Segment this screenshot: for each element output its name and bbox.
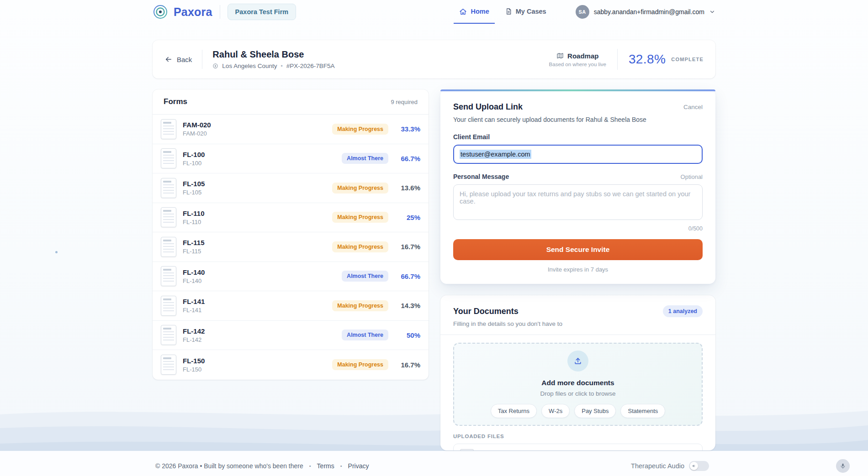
forms-list: FAM-020 FAM-020 Making Progress 33.3% FL… xyxy=(153,115,429,380)
doc-type-pill: Statements xyxy=(620,404,665,418)
char-count: 0/500 xyxy=(453,225,703,232)
form-percent: 16.7% xyxy=(390,361,420,369)
footer-link[interactable]: Terms xyxy=(317,462,334,470)
divider xyxy=(220,5,220,19)
uploaded-file-row[interactable]: f1040_rahul_and_sheela_la_2025.pdf xyxy=(453,444,703,450)
copyright-text: © 2026 Paxora • Built by someone who's b… xyxy=(155,462,303,470)
form-text: FL-150 FL-150 xyxy=(183,357,205,373)
doc-type-pill: W-2s xyxy=(541,404,570,418)
roadmap-block: Roadmap Based on where you live xyxy=(549,52,606,67)
form-text: FL-142 FL-142 xyxy=(183,327,205,343)
brand-name: Paxora xyxy=(174,5,212,19)
form-name: FL-142 xyxy=(183,327,205,335)
personal-message-label: Personal Message xyxy=(453,173,509,180)
file-thumbnail xyxy=(460,449,474,450)
decorative-dot xyxy=(55,251,58,253)
user-email: sabby.anandan+firmadmin@gmail.com xyxy=(594,8,704,16)
meta-separator: • xyxy=(281,63,282,69)
form-row[interactable]: FL-141 FL-141 Making Progress 14.3% xyxy=(153,291,429,321)
form-code: FL-105 xyxy=(183,189,205,196)
nav-home[interactable]: Home xyxy=(454,0,494,24)
doc-type-pill: Pay Stubs xyxy=(574,404,616,418)
form-status-badge: Making Progress xyxy=(332,359,388,370)
back-button[interactable]: Back xyxy=(164,55,192,63)
form-text: FAM-020 FAM-020 xyxy=(183,121,211,137)
form-status-badge: Almost There xyxy=(342,153,388,164)
client-email-input[interactable]: testuser@example.com xyxy=(453,145,703,164)
form-row[interactable]: FL-115 FL-115 Making Progress 16.7% xyxy=(153,232,429,262)
form-row[interactable]: FL-140 FL-140 Almost There 66.7% xyxy=(153,262,429,292)
form-row[interactable]: FL-105 FL-105 Making Progress 13.6% xyxy=(153,173,429,203)
form-name: FL-140 xyxy=(183,268,205,276)
send-secure-invite-button[interactable]: Send Secure Invite xyxy=(453,239,703,260)
microphone-button[interactable] xyxy=(836,459,850,473)
case-title: Rahul & Sheela Bose xyxy=(212,49,334,60)
client-email-label: Client Email xyxy=(453,133,703,141)
your-documents-card: Your Documents 1 analyzed Filling in the… xyxy=(440,295,715,450)
case-progress: 32.8% COMPLETE xyxy=(629,52,704,67)
forms-card: Forms 9 required FAM-020 FAM-020 Making … xyxy=(153,89,429,380)
form-text: FL-110 FL-110 xyxy=(183,209,205,225)
footer-link[interactable]: Privacy xyxy=(348,462,369,470)
roadmap-label: Roadmap xyxy=(567,52,598,60)
case-info: Rahul & Sheela Bose Los Angeles County •… xyxy=(212,49,334,69)
form-thumbnail xyxy=(161,296,176,316)
personal-message-textarea[interactable] xyxy=(453,184,703,220)
nav-my-cases[interactable]: My Cases xyxy=(499,0,552,24)
roadmap-button[interactable]: Roadmap xyxy=(549,52,606,60)
dropzone-title: Add more documents xyxy=(541,379,614,387)
form-thumbnail xyxy=(161,355,176,375)
form-text: FL-100 FL-100 xyxy=(183,151,205,167)
documents-title: Your Documents xyxy=(453,307,519,316)
form-row[interactable]: FL-100 FL-100 Almost There 66.7% xyxy=(153,144,429,174)
upload-card-title: Send Upload Link xyxy=(453,102,523,112)
form-name: FAM-020 xyxy=(183,121,211,129)
form-percent: 25% xyxy=(390,214,420,221)
optional-label: Optional xyxy=(681,173,703,180)
app-header: Paxora Paxora Test Firm Home My xyxy=(0,0,868,24)
form-status-badge: Making Progress xyxy=(332,183,388,194)
form-thumbnail xyxy=(161,148,176,168)
form-text: FL-140 FL-140 xyxy=(183,268,205,284)
form-text: FL-141 FL-141 xyxy=(183,298,205,314)
form-percent: 14.3% xyxy=(390,302,420,309)
form-percent: 50% xyxy=(390,331,420,339)
uploaded-files-label: UPLOADED FILES xyxy=(453,434,703,439)
upload-dropzone[interactable]: Add more documents Drop files or click t… xyxy=(453,343,703,426)
map-icon xyxy=(556,52,564,59)
form-code: FL-110 xyxy=(183,219,205,225)
nav-my-cases-label: My Cases xyxy=(516,8,546,15)
main-content: Back Rahul & Sheela Bose Los Angeles Cou… xyxy=(153,40,715,450)
forms-header: Forms 9 required xyxy=(153,89,429,115)
arrow-left-icon xyxy=(164,55,173,63)
case-location: Los Angeles County xyxy=(222,63,277,69)
progress-percent: 32.8% xyxy=(629,52,666,67)
main-nav: Home My Cases xyxy=(454,0,551,24)
form-name: FL-105 xyxy=(183,180,205,188)
form-code: FL-115 xyxy=(183,248,205,255)
form-name: FL-115 xyxy=(183,239,205,246)
form-text: FL-115 FL-115 xyxy=(183,239,205,255)
form-percent: 66.7% xyxy=(390,155,420,162)
invite-expiry-note: Invite expires in 7 days xyxy=(453,266,703,273)
form-thumbnail xyxy=(161,207,176,227)
form-row[interactable]: FL-110 FL-110 Making Progress 25% xyxy=(153,203,429,233)
user-menu[interactable]: SA sabby.anandan+firmadmin@gmail.com xyxy=(576,5,715,19)
form-code: FL-100 xyxy=(183,160,205,167)
form-status-badge: Making Progress xyxy=(332,124,388,135)
document-icon xyxy=(505,8,512,15)
form-text: FL-105 FL-105 xyxy=(183,180,205,196)
therapeutic-audio-toggle[interactable] xyxy=(689,461,709,471)
divider xyxy=(440,335,715,335)
chevron-down-icon xyxy=(709,9,715,15)
doc-type-pills: Tax ReturnsW-2sPay StubsStatements xyxy=(491,404,666,418)
form-status-badge: Making Progress xyxy=(332,212,388,223)
cancel-button[interactable]: Cancel xyxy=(683,104,703,110)
footer-separator: • xyxy=(340,463,342,469)
doc-type-pill: Tax Returns xyxy=(491,404,537,418)
form-row[interactable]: FL-150 FL-150 Making Progress 16.7% xyxy=(153,350,429,380)
form-thumbnail xyxy=(161,325,176,345)
form-row[interactable]: FL-142 FL-142 Almost There 50% xyxy=(153,321,429,350)
case-meta: Los Angeles County • #PX-2026-7BF5A xyxy=(212,63,334,69)
form-row[interactable]: FAM-020 FAM-020 Making Progress 33.3% xyxy=(153,115,429,144)
